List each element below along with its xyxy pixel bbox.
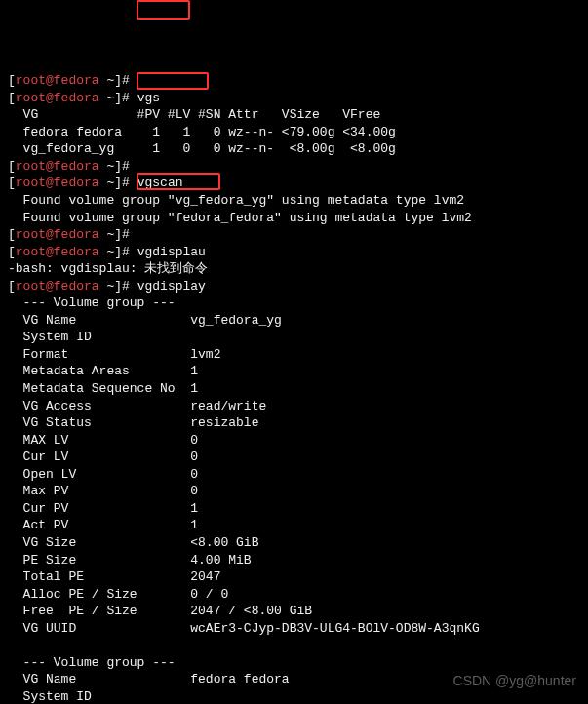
highlight-vgs	[137, 0, 190, 20]
terminal-output: [root@fedora ~]#[root@fedora ~]# vgs VG …	[8, 72, 580, 704]
watermark: CSDN @yg@hunter	[453, 672, 576, 690]
